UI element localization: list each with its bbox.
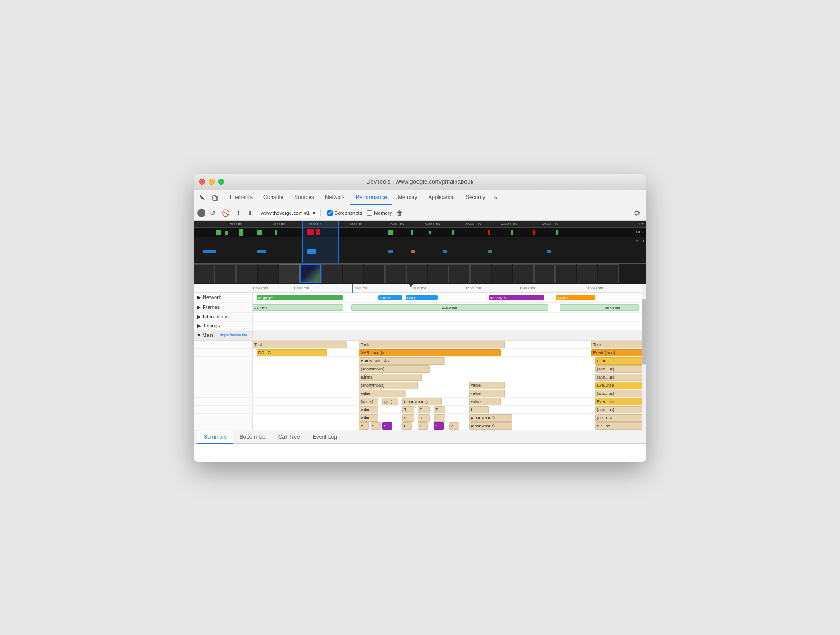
memory-checkbox[interactable] xyxy=(367,210,372,216)
close-button[interactable] xyxy=(199,179,205,185)
task-block[interactable]: Task xyxy=(359,341,505,348)
flame-row-5: (anonymous) value Eve...nce xyxy=(194,381,646,389)
network-item-m6ly[interactable]: M6Ly... xyxy=(406,295,438,300)
task-value-5[interactable]: value xyxy=(469,382,505,389)
task-t-10a[interactable]: t xyxy=(371,422,381,430)
memory-checkbox-item[interactable]: Memory xyxy=(367,210,392,216)
task-t-10b-purple[interactable]: t xyxy=(382,422,392,430)
tab-elements[interactable]: Elements xyxy=(224,190,258,205)
task-microtasks[interactable]: Run Microtasks xyxy=(359,357,445,365)
task-xhr[interactable]: XHR Load (c... xyxy=(359,349,501,356)
task-anon-3b[interactable]: (ano...us) xyxy=(595,365,642,373)
frame-item-3[interactable]: 357.4 ms xyxy=(560,304,639,311)
network-item-xel[interactable]: xel.gif (px... xyxy=(257,295,343,300)
task-T-8b[interactable]: T xyxy=(418,406,430,413)
task-s-9a[interactable]: s... xyxy=(402,414,414,422)
device-toolbar-icon[interactable] xyxy=(210,192,221,203)
frame-item-2[interactable]: 218.9 ms xyxy=(351,304,548,311)
tab-console[interactable]: Console xyxy=(258,190,289,205)
task-e-10b[interactable]: e xyxy=(449,422,459,430)
task-anon-5[interactable]: (anonymous) xyxy=(359,382,418,389)
record-button[interactable] xyxy=(197,209,205,217)
task-t-10d[interactable]: t xyxy=(418,422,428,430)
task-eve-nce[interactable]: Eve...nce xyxy=(595,382,642,389)
tab-memory[interactable]: Memory xyxy=(392,190,423,205)
task-s-9b[interactable]: s... xyxy=(418,414,430,422)
trash-icon[interactable]: 🗑 xyxy=(396,209,403,217)
task-value-6b[interactable]: value xyxy=(469,390,505,397)
inspect-icon[interactable] xyxy=(197,192,208,203)
task-anon-3a[interactable]: (anonymous) xyxy=(359,365,430,373)
main-url-separator: — xyxy=(214,332,219,338)
tab-sources[interactable]: Sources xyxy=(289,190,320,205)
task-value-6a[interactable]: value xyxy=(359,390,406,397)
task-i-9[interactable]: i... xyxy=(434,414,445,422)
network-track-label[interactable]: ▶ Network xyxy=(194,293,253,302)
task-T-8a[interactable]: T xyxy=(402,406,414,413)
task-a[interactable]: (a...) xyxy=(382,398,398,405)
screenshots-checkbox-item[interactable]: Screenshots xyxy=(327,210,362,216)
task-T-8c[interactable]: T xyxy=(434,406,445,413)
ruler-tick-4000: 4000 ms xyxy=(501,222,517,226)
task-anon-4[interactable]: (ano...us) xyxy=(595,374,642,381)
upload-icon[interactable]: ⬆ xyxy=(234,209,243,218)
task-anon-10[interactable]: (anonymous) xyxy=(469,422,513,430)
svg-rect-18 xyxy=(257,250,266,253)
timeline-cursor xyxy=(352,284,353,293)
interactions-track-label[interactable]: ▶ Interactions xyxy=(194,313,253,321)
network-item-ahr0c[interactable]: aHR0c xyxy=(378,295,402,300)
tab-performance[interactable]: Performance xyxy=(350,190,392,205)
cpu-chart xyxy=(194,237,646,248)
more-tabs-button[interactable]: » xyxy=(491,192,500,204)
task-einstall[interactable]: e.install xyxy=(359,374,422,381)
task-an-s[interactable]: (an...s) xyxy=(359,398,379,405)
task-value-7[interactable]: value xyxy=(469,398,501,405)
task-t-8[interactable]: t xyxy=(469,406,489,413)
network-item-cygnus[interactable]: cygnus xyxy=(556,295,595,300)
task-e-10a[interactable]: e xyxy=(359,422,369,430)
task-anon-8[interactable]: (ano...us) xyxy=(595,406,642,413)
tab-call-tree[interactable]: Call Tree xyxy=(272,431,306,444)
task-block[interactable]: Task xyxy=(591,341,642,348)
task-block[interactable]: Task xyxy=(253,341,347,348)
scrollbar-thumb[interactable] xyxy=(642,299,646,365)
task-value-8[interactable]: value xyxy=(359,406,379,413)
performance-toolbar: ↺ 🚫 ⬆ ⬇ www.theverge.com #1 ▼ Screenshot… xyxy=(194,206,646,221)
interactions-expand-icon: ▶ xyxy=(197,314,201,320)
network-item-bid[interactable]: bid (aax.a... xyxy=(489,295,544,300)
main-collapse-icon[interactable]: ▼ xyxy=(196,332,201,338)
tab-security[interactable]: Security xyxy=(460,190,491,205)
task-value-9[interactable]: value xyxy=(359,414,379,422)
task-func-all[interactable]: Func...all xyxy=(595,357,642,365)
timings-track-label[interactable]: ▶ Timings xyxy=(194,322,253,330)
download-icon[interactable]: ⬇ xyxy=(246,209,255,218)
reload-icon[interactable]: ↺ xyxy=(208,209,217,218)
devtools-menu-button[interactable]: ⋮ xyxy=(627,191,643,204)
task-event-load[interactable]: Event (load) xyxy=(591,349,642,356)
frame-item-1[interactable]: 36.4 ms xyxy=(253,304,343,311)
screenshots-checkbox[interactable] xyxy=(327,210,333,216)
url-selector[interactable]: www.theverge.com #1 ▼ xyxy=(258,209,321,217)
task-t-10e-purple[interactable]: t xyxy=(434,422,444,430)
task-doc[interactable]: DO...C xyxy=(257,349,328,356)
timeline-overview[interactable]: 500 ms 1000 ms 1500 ms 2000 ms 2500 ms 3… xyxy=(194,221,646,264)
task-t-10c[interactable]: t xyxy=(402,422,412,430)
screenshot-thumb xyxy=(364,264,385,283)
clear-icon[interactable]: 🚫 xyxy=(220,209,231,218)
task-anon-6[interactable]: (ano...us) xyxy=(595,390,642,397)
task-even-ire[interactable]: Even...ire xyxy=(595,398,642,405)
tab-summary[interactable]: Summary xyxy=(197,431,233,444)
task-epss[interactable]: e.p...ss xyxy=(595,422,642,430)
tab-network[interactable]: Network xyxy=(320,190,350,205)
tab-bottom-up[interactable]: Bottom-Up xyxy=(233,431,272,444)
settings-icon[interactable]: ⚙ xyxy=(631,208,643,218)
frames-track-label[interactable]: ▶ Frames xyxy=(194,303,253,312)
task-an-us-9[interactable]: (an...us) xyxy=(595,414,642,422)
tab-application[interactable]: Application xyxy=(423,190,460,205)
task-anon-9[interactable]: (anonymous) xyxy=(469,414,513,422)
task-anon-7[interactable]: (anonymous) xyxy=(402,398,442,405)
minimize-button[interactable] xyxy=(209,179,215,185)
scrollbar-track[interactable] xyxy=(642,284,646,430)
tab-event-log[interactable]: Event Log xyxy=(306,431,344,444)
maximize-button[interactable] xyxy=(218,179,224,185)
